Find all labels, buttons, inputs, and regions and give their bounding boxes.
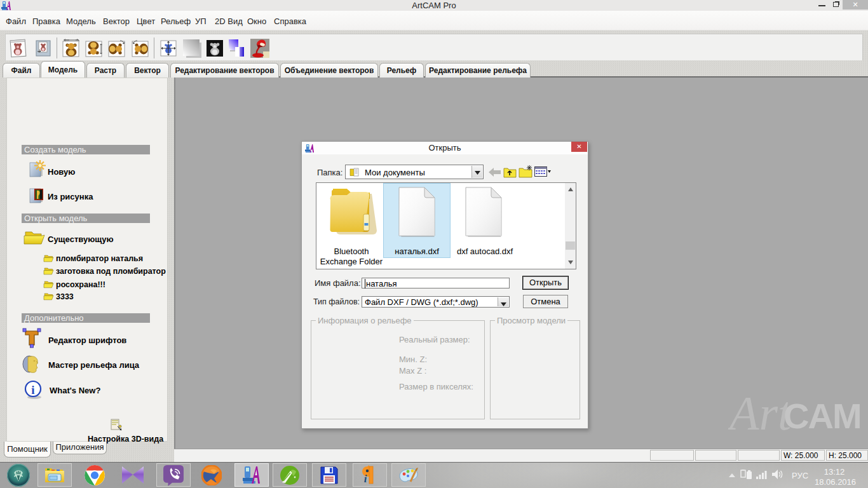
svg-text:i: i — [31, 383, 34, 396]
svg-text:Art: Art — [728, 386, 792, 440]
svg-text:CAM: CAM — [783, 396, 861, 436]
